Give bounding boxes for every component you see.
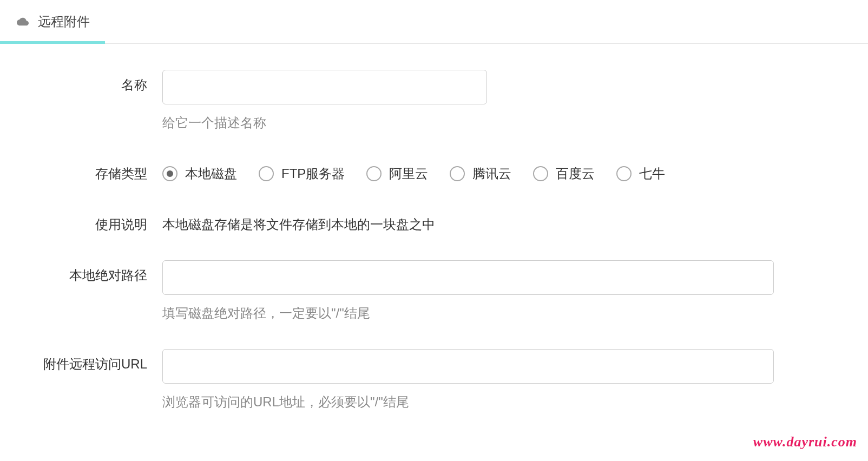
name-control: 给它一个描述名称 [162, 70, 868, 131]
radio-qiniu[interactable]: 七牛 [616, 165, 665, 182]
tab-header: 远程附件 [0, 0, 868, 44]
local-path-input[interactable] [162, 260, 774, 295]
usage-control: 本地磁盘存储是将文件存储到本地的一块盘之中 [162, 209, 868, 233]
radio-label: FTP服务器 [281, 165, 345, 182]
remote-url-input[interactable] [162, 349, 774, 384]
radio-circle-icon [366, 166, 382, 181]
radio-tencent[interactable]: 腾讯云 [450, 165, 511, 182]
local-path-label: 本地绝对路径 [0, 260, 162, 284]
radio-circle-icon [162, 166, 177, 181]
watermark: www.dayrui.com [753, 434, 857, 438]
radio-circle-icon [259, 166, 274, 181]
radio-label: 腾讯云 [472, 165, 511, 182]
radio-circle-icon [533, 166, 548, 181]
form-row-name: 名称 给它一个描述名称 [0, 70, 868, 131]
radio-ftp[interactable]: FTP服务器 [259, 165, 345, 182]
local-path-control: 填写磁盘绝对路径，一定要以"/"结尾 [162, 260, 868, 322]
radio-circle-icon [450, 166, 465, 181]
radio-baidu[interactable]: 百度云 [533, 165, 595, 182]
remote-url-label: 附件远程访问URL [0, 349, 162, 373]
form-row-remote-url: 附件远程访问URL 浏览器可访问的URL地址，必须要以"/"结尾 [0, 349, 868, 411]
tab-label: 远程附件 [38, 13, 90, 30]
form-row-storage-type: 存储类型 本地磁盘 FTP服务器 阿里云 腾讯云 [0, 159, 868, 182]
radio-local-disk[interactable]: 本地磁盘 [162, 165, 237, 182]
form-row-usage: 使用说明 本地磁盘存储是将文件存储到本地的一块盘之中 [0, 209, 868, 233]
remote-url-control: 浏览器可访问的URL地址，必须要以"/"结尾 [162, 349, 868, 411]
storage-type-radio-group: 本地磁盘 FTP服务器 阿里云 腾讯云 百度云 [162, 159, 852, 182]
tab-remote-attachment[interactable]: 远程附件 [0, 0, 105, 43]
storage-type-control: 本地磁盘 FTP服务器 阿里云 腾讯云 百度云 [162, 159, 868, 182]
usage-label: 使用说明 [0, 209, 162, 233]
name-input[interactable] [162, 70, 487, 104]
radio-aliyun[interactable]: 阿里云 [366, 165, 428, 182]
form-row-local-path: 本地绝对路径 填写磁盘绝对路径，一定要以"/"结尾 [0, 260, 868, 322]
radio-label: 百度云 [556, 165, 595, 182]
storage-type-label: 存储类型 [0, 159, 162, 182]
form-container: 名称 给它一个描述名称 存储类型 本地磁盘 FTP服务器 阿里云 [0, 44, 868, 411]
radio-label: 七牛 [639, 165, 665, 182]
local-path-help: 填写磁盘绝对路径，一定要以"/"结尾 [162, 305, 852, 322]
name-help: 给它一个描述名称 [162, 114, 852, 131]
usage-text: 本地磁盘存储是将文件存储到本地的一块盘之中 [162, 209, 852, 233]
radio-circle-icon [616, 166, 632, 181]
remote-url-help: 浏览器可访问的URL地址，必须要以"/"结尾 [162, 393, 852, 411]
radio-label: 阿里云 [389, 165, 428, 182]
name-label: 名称 [0, 70, 162, 94]
cloud-icon [15, 16, 30, 28]
radio-label: 本地磁盘 [185, 165, 237, 182]
